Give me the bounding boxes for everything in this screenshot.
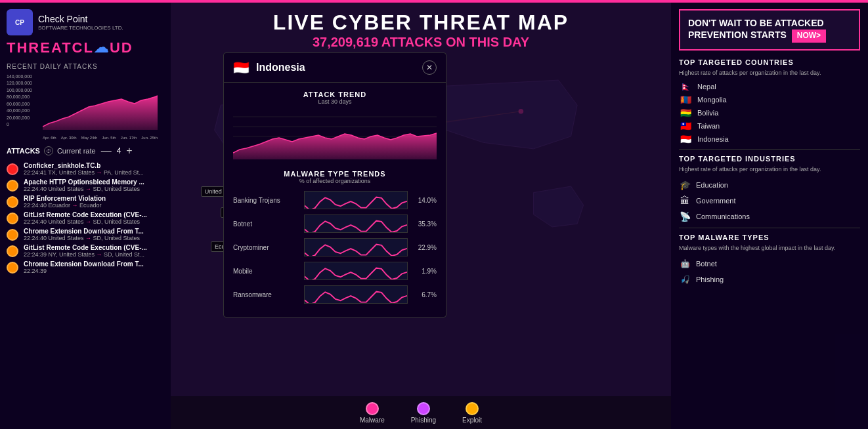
top-malware-subtitle: Malware types with the highest global im… [679,244,860,253]
malware-row-line [305,215,407,233]
attack-name: GitList Remote Code Execution (CVE-... [24,211,164,218]
attack-list-item: RIP Enforcement Violation 22:24:40 Ecuad… [7,195,164,209]
malware-row-pct: 1.9% [413,268,437,275]
popup-body: ATTACK TREND Last 30 days MALWARE TYPE T… [224,83,446,317]
malware-row-line [305,262,407,280]
type-phishing: Phishing [411,402,436,424]
popup-country: Indonesia [256,62,416,73]
chart-y-labels: 140,000,000 120,000,000 100,000,000 80,0… [7,74,32,127]
top-countries-title: TOP TARGETED COUNTRIES [679,58,860,66]
map-title: LIVE CYBER THREAT MAP 37,209,619 ATTACKS… [171,3,671,50]
attack-name: Chrome Extension Download From T... [24,228,164,235]
increase-rate-button[interactable]: + [125,145,133,157]
attack-trend-title: ATTACK TREND [233,91,437,98]
exploit-label: Exploit [462,417,482,424]
attack-info: Chrome Extension Download From T... 22:2… [24,228,164,241]
industry-name: Communications [696,213,750,220]
now-button[interactable]: NOW> [792,30,826,43]
country-item: 🇲🇳 Mongolia [679,95,860,104]
threatcloud-title: THREATCL☁UD [7,39,164,56]
malware-trend-row: Banking Trojans 14.0% [233,191,437,209]
top-industries-subtitle: Highest rate of attacks per organization… [679,165,860,174]
malware-name: Phishing [696,276,724,283]
malware-row-chart [304,285,408,304]
attacks-controls: ATTACKS ⏱ Current rate — 4 + [7,145,164,157]
decrease-rate-button[interactable]: — [100,145,113,157]
attack-dot [7,245,18,257]
attack-meta: 22:24:41 TX, United States → PA, United … [24,169,164,176]
country-flag: 🇳🇵 [679,82,692,91]
map-heading: LIVE CYBER THREAT MAP [171,10,671,35]
attack-list-item: Conficker_sinkhole.TC.b 22:24:41 TX, Uni… [7,162,164,176]
malware-trend-row: Cryptominer 22.9% [233,238,437,256]
industry-item: 🎓 Education [679,179,860,191]
malware-name: Botnet [696,260,717,268]
country-item: 🇹🇼 Taiwan [679,121,860,131]
malware-row-line [305,239,407,256]
malware-row-pct: 22.9% [413,244,437,251]
attacks-count: 37,209,619 ATTACKS ON THIS DAY [171,35,671,50]
attack-name: Apache HTTP Optionsbleed Memory ... [24,178,164,186]
svg-rect-16 [305,239,407,256]
attack-info: Conficker_sinkhole.TC.b 22:24:41 TX, Uni… [24,162,164,176]
malware-trends-subtitle: % of affected organizations [233,178,437,184]
attack-list-item: GitList Remote Code Execution (CVE-... 2… [7,244,164,258]
attack-info: GitList Remote Code Execution (CVE-... 2… [24,244,164,258]
malware-icon: 🤖 [679,258,691,270]
malware-row-pct: 6.7% [413,291,437,298]
top-malware-title: TOP MALWARE TYPES [679,234,860,241]
attack-list-item: GitList Remote Code Execution (CVE-... 2… [7,211,164,225]
malware-row-chart [304,262,408,280]
malware-row-pct: 14.0% [413,197,437,204]
country-name: Nepal [697,83,716,91]
malware-row-line [305,192,407,209]
country-item: 🇮🇩 Indonesia [679,134,860,144]
type-malware: Malware [360,402,385,424]
attack-info: Chrome Extension Download From T... 22:2… [24,260,164,274]
malware-label: Malware [360,417,385,424]
malware-row-chart [304,191,408,209]
ad-text: DON'T WAIT TO BE ATTACKED PREVENTION STA… [688,17,851,43]
right-sidebar: DON'T WAIT TO BE ATTACKED PREVENTION STA… [671,3,868,429]
logo-icon: CP [7,9,33,35]
ad-banner[interactable]: DON'T WAIT TO BE ATTACKED PREVENTION STA… [679,9,860,51]
chart-area: 140,000,000 120,000,000 100,000,000 80,0… [7,74,158,140]
country-flag: 🇲🇳 [679,95,692,104]
malware-row-pct: 35.3% [413,220,437,228]
malware-item: 🎣 Phishing [679,274,860,285]
attack-name: RIP Enforcement Violation [24,195,164,202]
attack-meta: 22:24:40 United States → SD, United Stat… [24,218,164,225]
logo-area: CP Check Point SOFTWARE TECHNOLOGIES LTD… [7,9,164,35]
svg-rect-15 [305,215,407,233]
industry-item: 📡 Communications [679,211,860,222]
popup-header: 🇮🇩 Indonesia ✕ [224,53,446,83]
country-name: Bolivia [697,109,718,117]
indonesia-popup: 🇮🇩 Indonesia ✕ ATTACK TREND Last 30 days… [223,52,446,317]
country-flag: 🇧🇴 [679,108,692,117]
country-item: 🇧🇴 Bolivia [679,108,860,117]
malware-row-label: Banking Trojans [233,197,299,204]
attack-name: GitList Remote Code Execution (CVE-... [24,244,164,251]
clock-icon: ⏱ [44,146,53,155]
industry-icon: 🎓 [679,179,691,191]
malware-row-label: Botnet [233,220,299,228]
attack-meta: 22:24:40 Ecuador → Ecuador [24,202,164,209]
country-flag: 🇹🇼 [679,121,692,131]
attack-meta: 22:24:40 United States → SD, United Stat… [24,235,164,241]
country-name: Indonesia [697,135,729,143]
attack-name: Chrome Extension Download From T... [24,260,164,268]
logo-text: Check Point SOFTWARE TECHNOLOGIES LTD. [38,14,123,31]
popup-close-button[interactable]: ✕ [422,60,437,75]
trend-chart [233,110,437,159]
attack-meta: 22:24:39 [24,268,164,274]
exploit-dot [466,402,479,415]
top-industries-title: TOP TARGETED INDUSTRIES [679,155,860,163]
attack-list-item: Chrome Extension Download From T... 22:2… [7,260,164,274]
industry-icon: 📡 [679,211,691,222]
country-name: Mongolia [697,96,727,104]
malware-row-line [305,286,407,304]
malware-list: 🤖 Botnet 🎣 Phishing [679,258,860,285]
attack-types-bar: Malware Phishing Exploit [171,396,671,429]
chart-svg [43,74,158,130]
attack-dot [7,180,18,192]
